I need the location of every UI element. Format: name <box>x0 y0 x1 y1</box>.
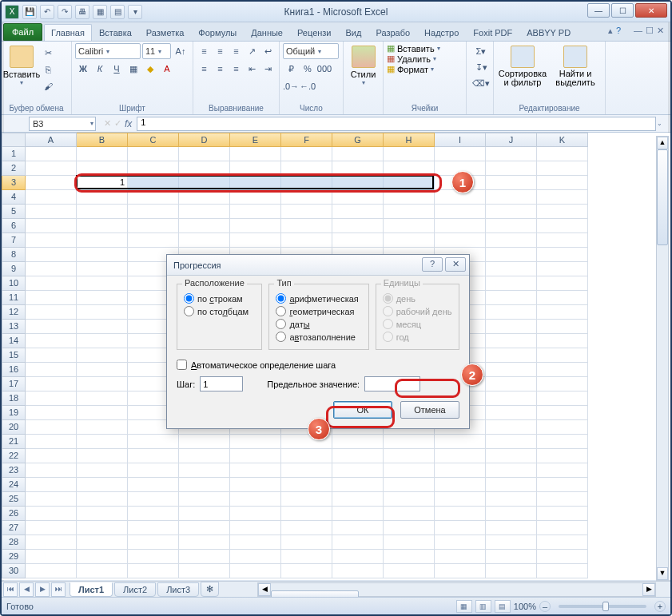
cell[interactable] <box>230 435 281 449</box>
cell[interactable] <box>486 262 537 276</box>
cell[interactable] <box>77 564 128 578</box>
cell[interactable] <box>332 161 384 176</box>
cell[interactable] <box>26 248 77 262</box>
zoom-in-button[interactable]: + <box>654 601 666 612</box>
zoom-slider[interactable] <box>559 605 646 608</box>
printpreview-icon[interactable]: 🖶 <box>75 5 89 19</box>
cell[interactable] <box>77 363 128 377</box>
cell[interactable] <box>230 492 281 507</box>
cell[interactable] <box>230 161 281 176</box>
cell[interactable] <box>179 478 230 492</box>
decrease-decimal-icon[interactable]: ←.0 <box>300 78 316 94</box>
align-left-icon[interactable]: ≡ <box>197 61 212 77</box>
cell[interactable] <box>281 233 332 248</box>
workbook-close-icon[interactable]: ✕ <box>657 26 664 36</box>
cell[interactable] <box>26 348 77 363</box>
cell[interactable] <box>486 176 537 190</box>
cell[interactable] <box>179 205 230 219</box>
checkbox-auto-step[interactable]: Автоматическое определение шага <box>177 360 459 370</box>
cell[interactable] <box>486 363 537 377</box>
cell[interactable] <box>537 391 588 406</box>
cell[interactable] <box>537 406 588 420</box>
column-header[interactable]: E <box>230 133 281 147</box>
cell[interactable] <box>435 449 486 463</box>
cell[interactable] <box>77 535 128 550</box>
row-header[interactable]: 5 <box>2 205 26 219</box>
ribbon-tab[interactable]: Вид <box>339 24 369 41</box>
cell[interactable] <box>537 276 588 291</box>
row-header[interactable]: 8 <box>2 248 26 262</box>
cell[interactable] <box>230 550 281 564</box>
new-icon[interactable]: ▦ <box>93 5 107 19</box>
cell[interactable] <box>77 205 128 219</box>
cell[interactable] <box>332 535 384 550</box>
ribbon-tab[interactable]: Формулы <box>191 24 244 41</box>
cell[interactable] <box>486 377 537 391</box>
cell[interactable] <box>26 262 77 276</box>
cell[interactable] <box>128 564 179 578</box>
vscroll-thumb[interactable] <box>657 149 668 245</box>
paste-button[interactable]: Вставить ▾ <box>5 43 38 104</box>
cell[interactable] <box>26 363 77 377</box>
cell[interactable] <box>128 190 179 205</box>
cell[interactable] <box>230 205 281 219</box>
cell[interactable] <box>537 233 588 248</box>
sheet-tab[interactable]: Лист2 <box>114 582 156 597</box>
vertical-scrollbar[interactable]: ▲ ▼ <box>656 136 669 581</box>
cell[interactable] <box>332 564 384 578</box>
cell[interactable] <box>281 564 332 578</box>
cell[interactable] <box>537 320 588 334</box>
row-header[interactable]: 24 <box>2 478 26 492</box>
cell[interactable] <box>486 348 537 363</box>
cell[interactable] <box>435 463 486 478</box>
increase-decimal-icon[interactable]: .0→ <box>283 78 299 94</box>
row-header[interactable]: 20 <box>2 420 26 435</box>
cell[interactable] <box>537 550 588 564</box>
cell[interactable] <box>77 521 128 535</box>
cell[interactable] <box>486 535 537 550</box>
cell[interactable] <box>384 507 435 521</box>
format-painter-icon[interactable]: 🖌 <box>40 78 56 94</box>
new-sheet-button[interactable]: ✻ <box>201 582 219 597</box>
cell[interactable] <box>230 521 281 535</box>
cell[interactable] <box>486 320 537 334</box>
cell[interactable] <box>26 377 77 391</box>
ribbon-collapse-icon[interactable]: ▴ <box>608 26 613 36</box>
cell[interactable] <box>537 291 588 305</box>
cell[interactable] <box>179 463 230 478</box>
row-header[interactable]: 3 <box>2 176 26 190</box>
cell[interactable] <box>281 190 332 205</box>
cell[interactable] <box>77 420 128 435</box>
cell[interactable] <box>77 478 128 492</box>
cell[interactable] <box>77 161 128 176</box>
page-layout-view-icon[interactable]: ▥ <box>475 600 491 613</box>
cell[interactable] <box>281 507 332 521</box>
find-select-button[interactable]: Найти и выделить <box>550 43 601 104</box>
sheet-nav-button[interactable]: ▶ <box>35 582 50 597</box>
merge-icon[interactable]: ⇥ <box>260 61 276 77</box>
close-button[interactable]: ✕ <box>635 3 667 18</box>
row-header[interactable]: 21 <box>2 435 26 449</box>
cell[interactable] <box>77 391 128 406</box>
cell[interactable] <box>77 147 128 161</box>
cell[interactable] <box>537 564 588 578</box>
cell[interactable] <box>281 521 332 535</box>
cell[interactable] <box>486 205 537 219</box>
sheet-tab[interactable]: Лист1 <box>70 582 113 597</box>
cell[interactable] <box>537 449 588 463</box>
cell[interactable] <box>26 219 77 233</box>
cell[interactable] <box>486 463 537 478</box>
row-header[interactable]: 14 <box>2 334 26 348</box>
maximize-button[interactable]: ☐ <box>611 3 634 18</box>
column-header[interactable]: H <box>384 133 435 147</box>
align-top-icon[interactable]: ≡ <box>197 43 212 59</box>
qat-more-icon[interactable]: ▾ <box>128 5 142 19</box>
cell[interactable] <box>537 205 588 219</box>
cell[interactable] <box>537 521 588 535</box>
cell[interactable] <box>332 463 384 478</box>
row-header[interactable]: 9 <box>2 262 26 276</box>
cell[interactable] <box>537 219 588 233</box>
cell[interactable] <box>26 406 77 420</box>
cell[interactable] <box>435 219 486 233</box>
row-header[interactable]: 27 <box>2 521 26 535</box>
